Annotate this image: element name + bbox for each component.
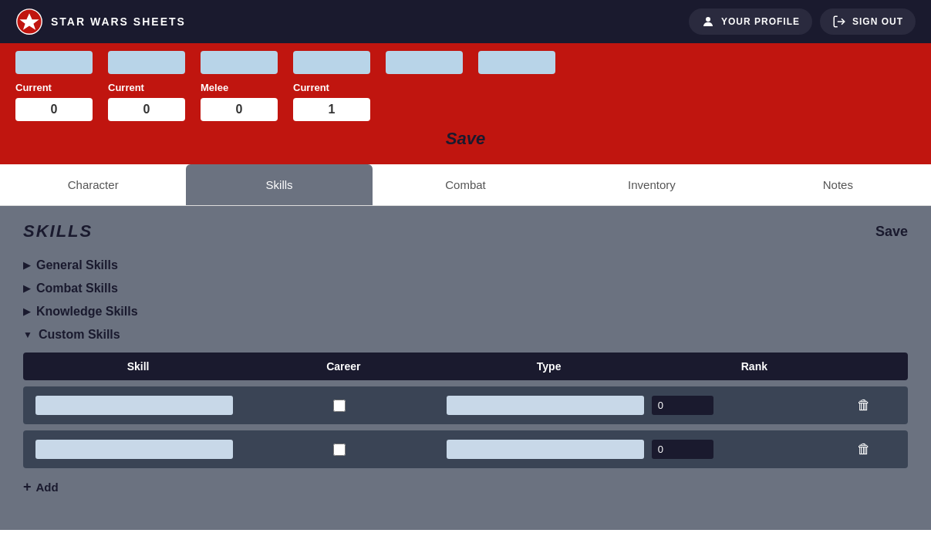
col-type: Type	[447, 360, 652, 373]
type-input-2[interactable]	[447, 440, 644, 459]
rank-input-1[interactable]	[652, 396, 713, 415]
stat-input-top-3[interactable]	[201, 51, 278, 74]
stat-input-top-1[interactable]	[15, 51, 93, 74]
type-cell-1	[447, 396, 644, 415]
stat-group-2	[108, 51, 185, 74]
type-input-1[interactable]	[447, 396, 644, 415]
rank-cell-1	[652, 396, 849, 415]
stat-input-top-6[interactable]	[478, 51, 555, 74]
category-combat[interactable]: ▶ Combat Skills	[23, 277, 908, 300]
profile-button[interactable]: YOUR PROFILE	[689, 8, 812, 35]
current-label-1: Current	[15, 82, 93, 93]
skills-save-button[interactable]: Save	[875, 224, 908, 240]
chevron-right-icon: ▶	[23, 283, 30, 294]
current-label-3: Current	[293, 82, 370, 93]
stat-group-1	[15, 51, 93, 74]
logo: STAR WARS SHEETS	[15, 8, 186, 35]
stat-group-6	[478, 51, 555, 74]
add-row[interactable]: + Add	[23, 479, 908, 495]
stats-bottom-row: Current Current Melee Current	[15, 82, 916, 121]
stat-input-top-5[interactable]	[386, 51, 463, 74]
tab-inventory[interactable]: Inventory	[558, 164, 744, 205]
svg-point-2	[706, 17, 710, 22]
delete-button-2[interactable]: 🗑	[857, 441, 871, 457]
skill-cell-2	[35, 440, 233, 459]
main-content: SKILLS Save ▶ General Skills ▶ Combat Sk…	[0, 206, 931, 530]
melee-group: Melee	[201, 82, 278, 121]
add-label: Add	[36, 481, 59, 494]
rank-input-2[interactable]	[652, 440, 713, 459]
career-cell-2	[241, 444, 438, 456]
skills-header: SKILLS Save	[23, 221, 908, 241]
tab-notes[interactable]: Notes	[745, 164, 931, 205]
stats-top-row	[15, 51, 916, 74]
delete-button-1[interactable]: 🗑	[857, 397, 871, 413]
chevron-right-icon: ▶	[23, 260, 30, 271]
tabs-nav: Character Skills Combat Inventory Notes	[0, 164, 931, 206]
plus-icon: +	[23, 479, 32, 495]
current-input-3[interactable]	[293, 98, 370, 121]
stat-group-5	[386, 51, 463, 74]
delete-cell-1: 🗑	[857, 397, 896, 413]
category-general-label: General Skills	[36, 258, 118, 272]
career-cell-1	[241, 400, 438, 412]
save-button-red[interactable]: Save	[15, 129, 916, 149]
logo-icon	[15, 8, 43, 35]
career-checkbox-2[interactable]	[333, 444, 346, 456]
category-knowledge-label: Knowledge Skills	[36, 305, 138, 319]
profile-icon	[701, 15, 715, 29]
table-header: Skill Career Type Rank	[23, 353, 908, 380]
tab-combat[interactable]: Combat	[373, 164, 558, 205]
skills-title: SKILLS	[23, 221, 93, 241]
current-input-2[interactable]	[108, 98, 185, 121]
table-row: 🗑	[23, 430, 908, 468]
category-custom[interactable]: ▼ Custom Skills	[23, 323, 908, 346]
stat-input-top-4[interactable]	[293, 51, 370, 74]
tab-skills[interactable]: Skills	[186, 164, 372, 205]
career-checkbox-1[interactable]	[333, 400, 346, 412]
melee-input[interactable]	[201, 98, 278, 121]
rank-cell-2	[652, 440, 849, 459]
current-group-2: Current	[108, 82, 185, 121]
category-combat-label: Combat Skills	[36, 282, 118, 295]
melee-label: Melee	[201, 82, 278, 93]
stats-section: Current Current Melee Current Save	[0, 43, 931, 164]
type-cell-2	[447, 440, 644, 459]
category-general[interactable]: ▶ General Skills	[23, 254, 908, 277]
chevron-down-icon: ▼	[23, 329, 32, 340]
delete-cell-2: 🗑	[857, 441, 896, 457]
skill-input-2[interactable]	[35, 440, 233, 459]
stat-input-top-2[interactable]	[108, 51, 185, 74]
signout-icon	[832, 15, 846, 29]
current-group-3: Current	[293, 82, 370, 121]
skill-cell-1	[35, 396, 233, 415]
table-row: 🗑	[23, 386, 908, 424]
current-label-2: Current	[108, 82, 185, 93]
col-skill: Skill	[35, 360, 241, 373]
tab-character[interactable]: Character	[0, 164, 186, 205]
header: STAR WARS SHEETS YOUR PROFILE SIGN OUT	[0, 0, 931, 43]
col-career: Career	[241, 360, 446, 373]
stat-group-4	[293, 51, 370, 74]
chevron-right-icon: ▶	[23, 306, 30, 317]
signout-button[interactable]: SIGN OUT	[820, 8, 916, 35]
col-actions	[857, 360, 896, 373]
stat-group-3	[201, 51, 278, 74]
category-knowledge[interactable]: ▶ Knowledge Skills	[23, 300, 908, 323]
category-custom-label: Custom Skills	[39, 328, 120, 342]
header-actions: YOUR PROFILE SIGN OUT	[689, 8, 916, 35]
current-input-1[interactable]	[15, 98, 93, 121]
current-group-1: Current	[15, 82, 93, 121]
skill-input-1[interactable]	[35, 396, 233, 415]
col-rank: Rank	[652, 360, 857, 373]
